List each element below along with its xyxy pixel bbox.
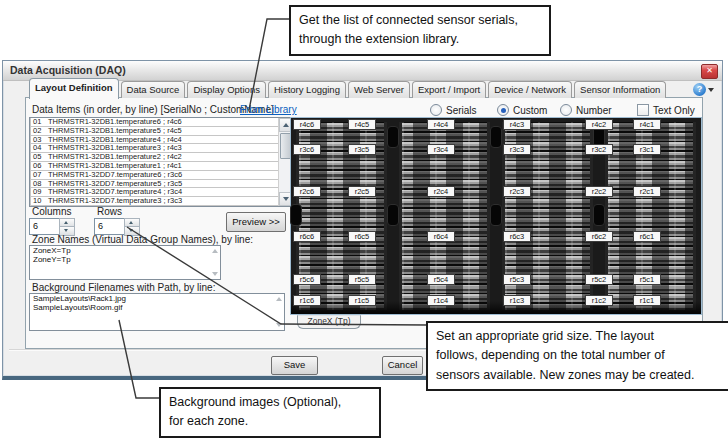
sensor-label-r3c1: r3c1 bbox=[633, 144, 661, 155]
tab-sensor-information[interactable]: Sensor Information bbox=[574, 81, 666, 98]
sensor-label-r3c3: r3c3 bbox=[503, 144, 531, 155]
sensor-label-r2c6: r2c6 bbox=[293, 186, 321, 197]
sensor-label-r1c4: r1c4 bbox=[427, 295, 455, 306]
background-filenames-textarea[interactable]: SampleLayouts\Rack1.jpgSampleLayouts\Roo… bbox=[29, 293, 285, 331]
data-item-text: THRMSTR1-32DB1.temperature4 ; r4c4 bbox=[48, 136, 182, 144]
rows-spin-buttons bbox=[124, 218, 138, 235]
callout-grid-note: Set an appropriate grid size. The layout… bbox=[426, 321, 728, 391]
text-only-label: Text Only bbox=[653, 105, 695, 116]
help-button[interactable]: ? bbox=[693, 83, 706, 96]
screenshot-stage: Get the list of connected sensor serials… bbox=[0, 0, 728, 441]
sensor-label-r5c6: r5c6 bbox=[293, 274, 321, 285]
sensor-label-r1c1: r1c1 bbox=[633, 295, 661, 306]
sensor-label-r5c1: r5c1 bbox=[633, 274, 661, 285]
sensor-label-r6c5: r6c5 bbox=[348, 231, 376, 242]
data-item-text: THRMSTR1-32DB1.temperature6 ; r4c6 bbox=[48, 118, 182, 126]
zone-name-line: ZoneX=Tp bbox=[30, 246, 220, 255]
cancel-button[interactable]: Cancel bbox=[382, 356, 423, 375]
preview-button[interactable]: Preview >> bbox=[226, 212, 286, 232]
sensor-label-r2c1: r2c1 bbox=[633, 186, 661, 197]
rack-handle-icon bbox=[490, 126, 502, 148]
data-item-text: THRMSTR1-32DB1.temperature5 ; r4c5 bbox=[48, 127, 182, 135]
data-item-index: 03 bbox=[33, 136, 48, 144]
data-item-index: 09 bbox=[33, 188, 48, 196]
data-items-rows: 01THRMSTR1-32DB1.temperature6 ; r4c602TH… bbox=[30, 118, 279, 206]
rack-handle-icon bbox=[290, 204, 302, 226]
save-button[interactable]: Save bbox=[271, 356, 318, 375]
close-button[interactable]: ✕ bbox=[701, 64, 718, 79]
data-item-text: THRMSTR1-32DD7.temperature4 ; r3c4 bbox=[48, 188, 182, 196]
sensor-label-r5c2: r5c2 bbox=[585, 274, 613, 285]
sensor-label-r6c3: r6c3 bbox=[503, 231, 531, 242]
data-item-index: 06 bbox=[33, 162, 48, 170]
zone-names-textarea[interactable]: ZoneX=TpZoneY=Tp bbox=[29, 245, 221, 280]
scroll-down-icon[interactable] bbox=[276, 323, 282, 327]
layout-definition-tab-page: Data Items (in order, by line) [SerialNo… bbox=[25, 97, 703, 349]
rack-handle-icon bbox=[490, 204, 502, 226]
sensor-label-r4c5: r4c5 bbox=[348, 119, 376, 130]
sensor-label-r3c2: r3c2 bbox=[585, 144, 613, 155]
scroll-up-icon[interactable] bbox=[276, 297, 282, 301]
data-item-text: THRMSTR1-32DD7.temperature3 ; r3c3 bbox=[48, 197, 182, 205]
tab-history-logging[interactable]: History Logging bbox=[268, 81, 346, 98]
radio-icon[interactable] bbox=[497, 104, 509, 116]
scroll-down-icon[interactable] bbox=[212, 272, 218, 276]
data-item-text: THRMSTR1-32DB1.temperature2 ; r4c2 bbox=[48, 153, 182, 161]
sensor-label-r3c5: r3c5 bbox=[348, 144, 376, 155]
sensor-label-r6c4: r6c4 bbox=[427, 231, 455, 242]
sensor-label-r2c2: r2c2 bbox=[585, 186, 613, 197]
data-item-index: 08 bbox=[33, 180, 48, 188]
radio-custom[interactable]: Custom bbox=[497, 104, 547, 116]
radio-number[interactable]: Number bbox=[560, 104, 612, 116]
tab-export-import[interactable]: Export / Import bbox=[412, 81, 486, 98]
radio-label: Number bbox=[576, 105, 612, 116]
sensor-label-r4c6: r4c6 bbox=[293, 119, 321, 130]
tab-data-source[interactable]: Data Source bbox=[121, 81, 186, 98]
data-item-index: 07 bbox=[33, 171, 48, 179]
sensor-label-r6c6: r6c6 bbox=[293, 231, 321, 242]
tab-strip: Layout DefinitionData SourceDisplay Opti… bbox=[29, 80, 668, 98]
close-icon: ✕ bbox=[706, 66, 713, 75]
zone-tab[interactable]: ZoneX (Tp) bbox=[297, 315, 361, 329]
data-item-text: THRMSTR1-32DB1.temperature1 ; r4c1 bbox=[48, 162, 182, 170]
sensor-label-r1c5: r1c5 bbox=[348, 295, 376, 306]
sensor-label-r2c3: r2c3 bbox=[503, 186, 531, 197]
rack-layout-preview: r4c6r4c5r4c4r4c3r4c2r4c1r3c6r3c5r3c4r3c3… bbox=[290, 117, 702, 315]
radio-icon[interactable] bbox=[430, 104, 442, 116]
tab-display-options[interactable]: Display Options bbox=[187, 81, 266, 98]
zone-names-label: Zone Names (Virtual Data Group Names), b… bbox=[32, 234, 253, 245]
data-item-text: THRMSTR1-32DB1.temperature3 ; r4c3 bbox=[48, 144, 182, 152]
data-item-index: 01 bbox=[33, 118, 48, 126]
rack-handle-icon bbox=[387, 126, 399, 148]
radio-label: Serials bbox=[446, 105, 477, 116]
zone-names-lines: ZoneX=TpZoneY=Tp bbox=[30, 246, 220, 264]
scroll-up-icon[interactable] bbox=[212, 249, 218, 253]
background-filenames-label: Background Filenames with Path, by line: bbox=[32, 282, 215, 293]
data-items-label: Data Items (in order, by line) [SerialNo… bbox=[32, 104, 274, 115]
tab-layout-definition[interactable]: Layout Definition bbox=[29, 78, 119, 99]
columns-stepper: 6 bbox=[29, 218, 74, 235]
window-title: Data Acquisition (DAQ) bbox=[10, 64, 126, 76]
columns-value[interactable]: 6 bbox=[29, 218, 62, 235]
callout-background-note: Background images (Optional), for each z… bbox=[159, 387, 381, 438]
sensor-label-r1c6: r1c6 bbox=[293, 295, 321, 306]
from-library-link[interactable]: From Library bbox=[240, 104, 297, 115]
rows-label: Rows bbox=[97, 206, 122, 217]
rows-value[interactable]: 6 bbox=[94, 218, 127, 235]
data-item-index: 04 bbox=[33, 144, 48, 152]
radio-serials[interactable]: Serials bbox=[430, 104, 477, 116]
help-icon: ? bbox=[697, 84, 703, 94]
columns-label: Columns bbox=[32, 206, 71, 217]
radio-icon[interactable] bbox=[560, 104, 572, 116]
rack-handle-icon bbox=[593, 204, 605, 226]
text-only-checkbox[interactable]: Text Only bbox=[637, 104, 695, 116]
data-items-list[interactable]: 01THRMSTR1-32DB1.temperature6 ; r4c602TH… bbox=[29, 117, 293, 207]
callout-library-note: Get the list of connected sensor serials… bbox=[289, 5, 551, 56]
tab-device-network[interactable]: Device / Network bbox=[488, 81, 572, 98]
zone-name-line: ZoneY=Tp bbox=[30, 255, 220, 264]
data-item-row[interactable]: 10THRMSTR1-32DD7.temperature3 ; r3c3 bbox=[30, 196, 279, 206]
tab-web-server[interactable]: Web Server bbox=[348, 81, 410, 98]
checkbox-icon[interactable] bbox=[637, 104, 649, 116]
help-dropdown-icon[interactable] bbox=[708, 88, 714, 92]
background-file-line: SampleLayouts\Rack1.jpg bbox=[30, 294, 284, 303]
